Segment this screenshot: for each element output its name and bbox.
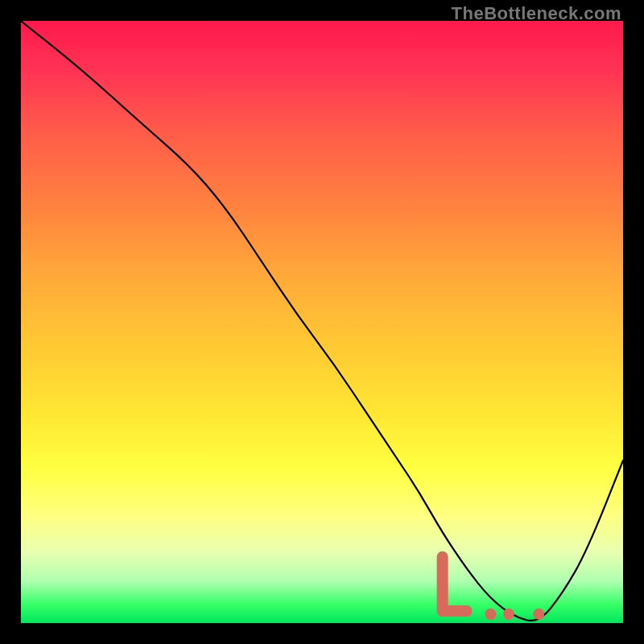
highlight-glyph-l bbox=[443, 557, 467, 611]
highlight-dot-3 bbox=[533, 609, 544, 620]
highlight-dot-2 bbox=[503, 609, 514, 620]
bottleneck-curve bbox=[21, 21, 623, 621]
chart-overlay bbox=[21, 21, 623, 623]
highlight-dot-1 bbox=[485, 609, 496, 620]
